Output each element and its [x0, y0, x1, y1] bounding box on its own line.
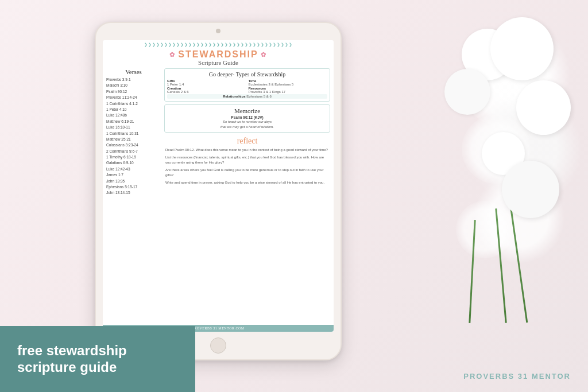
reflect-paragraph-2: List the resources (financial, talents, … — [165, 155, 329, 166]
verses-heading: Verses — [106, 68, 161, 75]
title-flower-left: ✿ — [169, 51, 176, 59]
memorize-section: Memorize Psalm 90:12 (KJV) So teach us t… — [164, 104, 330, 133]
list-item: James 1:7 — [106, 172, 161, 178]
list-item: 1 Timothy 6:18-19 — [106, 154, 161, 160]
reflect-section: reflect Read Psalm 90:12. What does this… — [164, 135, 330, 189]
list-item: Luke 12:48b — [106, 112, 161, 118]
main-title: STEWARDSHIP — [178, 49, 258, 60]
time-label: Time Ecclesiastes 3 & Ephesians 5 — [249, 79, 328, 86]
verses-column: Verses Proverbs 3:9-1 Malachi 3:10 Psalm… — [106, 68, 161, 196]
banner-text: free stewardship scripture guide — [17, 343, 127, 376]
creation-label: Creation Genesis 2 & 6 — [167, 87, 246, 94]
reflect-paragraph-3: Are there areas where you feel God is ca… — [165, 168, 329, 178]
list-item: Matthew 25:21 — [106, 137, 161, 142]
title-flower-right: ✿ — [261, 51, 267, 59]
memorize-reference: Psalm 90:12 (KJV) — [167, 115, 327, 119]
list-item: Ephesians 5:15-17 — [106, 184, 161, 190]
memorize-heading: Memorize — [167, 107, 327, 114]
list-item: Galatians 6:9-10 — [106, 160, 161, 166]
list-item: Malachi 3:10 — [106, 83, 161, 88]
right-column: Go deeper- Types of Stewardship Gifts 1 … — [164, 68, 330, 196]
gifts-label: Gifts 1 Peter 1:4 — [167, 79, 246, 86]
go-deeper-grid: Gifts 1 Peter 1:4 Time Ecclesiastes 3 & … — [167, 79, 327, 99]
list-item: Matthew 6:19-21 — [106, 119, 161, 125]
list-item: Luke 12:42-43 — [106, 166, 161, 172]
go-deeper-section: Go deeper- Types of Stewardship Gifts 1 … — [164, 68, 330, 102]
list-item: Proverbs 11:24-24 — [106, 95, 161, 100]
ipad-camera — [216, 29, 220, 33]
resources-label: Resources Proverbs 3 & 1 Kings 17 — [249, 87, 328, 94]
relationships-row: Relationships Ephesians 5 & 6 — [167, 94, 327, 99]
list-item: 1 Corinthians 10:31 — [106, 131, 161, 137]
screen-top-border: ❯❯❯❯❯❯❯❯❯❯❯❯❯❯❯❯❯❯❯❯❯❯❯❯❯❯❯❯❯❯❯❯❯❯❯❯❯ — [103, 40, 334, 48]
banner-right: PROVERBS 31 MENTOR — [195, 326, 588, 392]
reflect-paragraph-1: Read Psalm 90:12. What does this verse m… — [165, 148, 329, 153]
list-item: Proverbs 3:9-1 — [106, 77, 161, 83]
brand-name: PROVERBS 31 MENTOR — [463, 372, 571, 381]
list-item: Psalm 90:12 — [106, 89, 161, 95]
list-item: John 13:14-15 — [106, 190, 161, 196]
banner-left: free stewardship scripture guide — [0, 326, 195, 392]
bottom-banner: free stewardship scripture guide PROVERB… — [0, 326, 588, 392]
subtitle: Scripture Guide — [107, 59, 329, 66]
list-item: 2 Corinthians 9:6-7 — [106, 149, 161, 154]
verses-list: Proverbs 3:9-1 Malachi 3:10 Psalm 90:12 … — [106, 77, 161, 196]
stewardship-title: ✿ STEWARDSHIP ✿ — [107, 49, 329, 60]
screen-title-area: ✿ STEWARDSHIP ✿ Scripture Guide — [103, 48, 334, 68]
screen-columns: Verses Proverbs 3:9-1 Malachi 3:10 Psalm… — [103, 68, 334, 196]
ipad-frame: ❯❯❯❯❯❯❯❯❯❯❯❯❯❯❯❯❯❯❯❯❯❯❯❯❯❯❯❯❯❯❯❯❯❯❯❯❯ ✿ … — [95, 22, 342, 360]
memorize-verse-text: So teach us to number our days that we m… — [167, 119, 327, 130]
list-item: 1 Peter 4:10 — [106, 107, 161, 112]
list-item: 1 Corinthians 4:1-2 — [106, 101, 161, 107]
ipad-screen: ❯❯❯❯❯❯❯❯❯❯❯❯❯❯❯❯❯❯❯❯❯❯❯❯❯❯❯❯❯❯❯❯❯❯❯❯❯ ✿ … — [103, 40, 334, 332]
list-item: Luke 16:10-11 — [106, 125, 161, 130]
reflect-heading: reflect — [165, 137, 329, 146]
chevron-decoration: ❯❯❯❯❯❯❯❯❯❯❯❯❯❯❯❯❯❯❯❯❯❯❯❯❯❯❯❯❯❯❯❯❯❯❯❯❯ — [144, 42, 293, 47]
list-item: John 13:35 — [106, 178, 161, 184]
list-item: Colossians 3:23-24 — [106, 142, 161, 148]
reflect-paragraph-4: Write and spend time in prayer, asking G… — [165, 180, 329, 186]
go-deeper-heading: Go deeper- Types of Stewardship — [167, 71, 327, 77]
